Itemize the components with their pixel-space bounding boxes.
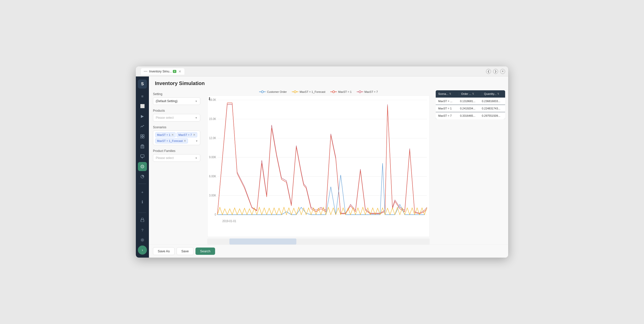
sidebar-settings-icon[interactable] [138,235,147,245]
scenario-tag-forecast-remove[interactable]: ✕ [184,139,186,143]
forward-button[interactable]: ❯ [493,69,498,74]
svg-text:6.00K: 6.00K [209,174,216,178]
scenario-tag-maxst7-remove[interactable]: ✕ [193,133,195,137]
chart-download-button[interactable]: ⬇ [208,96,211,101]
inner-content: Setting (Default Setting) ▼ Products Ple… [149,88,508,245]
scenarios-field: Scenarios MaxST = 1 ✕ MaxST = 7 ✕ MaxST … [153,126,200,145]
svg-rect-2 [141,137,142,138]
sidebar-item-analytics[interactable] [138,172,147,181]
svg-rect-3 [143,137,144,138]
right-panel: Scena... ⇅ Order ... ⇅ Quantity... [433,88,508,245]
scenario-tag-forecast[interactable]: MaxST = 1_Forecast ✕ [155,138,188,143]
tab-badge: B [173,70,176,73]
legend-maxst7-label: MaxST = 7 [365,90,378,93]
scenario-tag-maxst7[interactable]: MaxST = 7 ✕ [177,132,197,137]
sidebar: S ≡ ⬜ ▶ [136,76,149,258]
families-field: Product Families Please select ▼ [153,149,200,162]
svg-text:12.0K: 12.0K [209,136,216,140]
products-select[interactable]: Please select ▼ [153,114,200,121]
chart-scrollbar[interactable] [207,238,430,245]
sidebar-help-icon[interactable]: ? [138,225,147,234]
svg-text:2019-01-01: 2019-01-01 [222,219,236,223]
search-button[interactable]: Search [195,248,215,255]
sidebar-info-button[interactable]: ℹ [138,197,147,207]
back-button[interactable]: ❮ [486,69,491,74]
quantity-sort-icon[interactable]: ⇅ [497,93,499,95]
products-placeholder: Please select [156,116,174,119]
chart-scroll-handle[interactable] [229,238,296,245]
sidebar-lock-icon[interactable] [138,215,147,224]
sidebar-add-button[interactable]: + [138,187,147,196]
sidebar-item-monitor[interactable]: ⬜ [138,102,147,111]
chart-legend: Customer Order MaxST = 1_Forecast [207,88,430,95]
active-tab[interactable]: Inventory Simu... B ✕ [141,68,184,75]
svg-point-13 [142,239,143,241]
row3-quantity: 0.297551509... [482,114,503,117]
save-button[interactable]: Save [177,247,194,255]
legend-maxst1-label: MaxST = 1 [338,90,351,93]
row3-scenario: MaxST = 7 [438,114,459,117]
tab-dots [144,71,147,72]
scenario-tag-maxst1-remove[interactable]: ✕ [171,133,174,137]
page-header: Inventory Simulation [149,76,508,88]
sidebar-divider-2 [139,213,146,213]
svg-rect-12 [141,220,144,222]
bottom-bar: Save As Save Search [149,245,508,258]
scenario-tag-maxst1[interactable]: MaxST = 1 ✕ [155,132,176,137]
main-content: S ≡ ⬜ ▶ [136,76,508,258]
row2-scenario: MaxST = 1 [438,107,459,110]
scenarios-select[interactable]: MaxST = 1 ✕ MaxST = 7 ✕ MaxST = 1_Foreca… [153,131,200,145]
row2-order: 0.2419204... [460,107,481,110]
row3-order: 0.3316465... [460,114,481,117]
app-window: Inventory Simu... B ✕ ❮ ❯ ✕ S ≡ ⬜ ▶ [136,66,508,258]
sidebar-item-simulation[interactable] [138,162,147,171]
quantity-column-header[interactable]: Quantity... ⇅ [484,92,503,95]
table-header: Scena... ⇅ Order ... ⇅ Quantity... [436,90,505,97]
sidebar-item-building[interactable] [138,142,147,151]
download-icon: ⬇ [208,97,211,101]
legend-customer-order: Customer Order [259,90,287,93]
svg-text:0: 0 [215,213,216,216]
sidebar-item-grid[interactable] [138,132,147,141]
row1-order: 0.1318681... [460,100,481,103]
tab-title: Inventory Simu... [149,70,172,73]
svg-point-15 [261,91,263,93]
setting-label: Setting [153,92,200,96]
families-arrow-icon: ▼ [195,157,197,159]
scenario-sort-icon[interactable]: ⇅ [449,93,451,95]
legend-forecast: MaxST = 1_Forecast [292,90,325,93]
order-sort-icon[interactable]: ⇅ [472,93,474,95]
row1-scenario: MaxST = ... [438,100,459,103]
quantity-col-label: Quantity... [484,92,496,95]
tab-close-button[interactable]: ✕ [178,70,181,73]
sidebar-item-play[interactable]: ▶ [138,112,147,121]
svg-rect-5 [142,145,143,146]
window-controls: ❮ ❯ ✕ [486,69,505,74]
table-row: MaxST = 1 0.2419204... 0.224831743... [436,105,505,112]
products-arrow-icon: ▼ [195,116,197,119]
save-as-button[interactable]: Save As [153,247,175,255]
table-row: MaxST = ... 0.1318681... 0.236816833... [436,97,505,105]
left-panel: Setting (Default Setting) ▼ Products Ple… [149,88,204,245]
scenario-col-label: Scena... [438,92,448,95]
sidebar-item-list[interactable]: ≡ [138,92,147,101]
products-label: Products [153,109,200,112]
sidebar-bottom: ? › [138,211,147,255]
legend-maxst7: MaxST = 7 [357,90,378,93]
scenario-column-header[interactable]: Scena... ⇅ [438,92,457,95]
sidebar-go-button[interactable]: › [138,246,147,255]
svg-point-21 [359,91,361,93]
families-label: Product Families [153,149,200,153]
sidebar-item-chat[interactable] [138,152,147,161]
families-select[interactable]: Please select ▼ [153,154,200,162]
order-column-header[interactable]: Order ... ⇅ [461,92,480,95]
families-placeholder: Please select [156,156,174,160]
sidebar-item-chart[interactable] [138,122,147,131]
close-button[interactable]: ✕ [500,69,505,74]
sidebar-logo: S [138,79,147,89]
setting-select[interactable]: (Default Setting) ▼ [153,97,200,105]
svg-rect-1 [143,135,144,136]
data-table: Scena... ⇅ Order ... ⇅ Quantity... [436,90,505,119]
svg-point-19 [333,91,335,93]
table-row: MaxST = 7 0.3316465... 0.297551509... [436,112,505,119]
